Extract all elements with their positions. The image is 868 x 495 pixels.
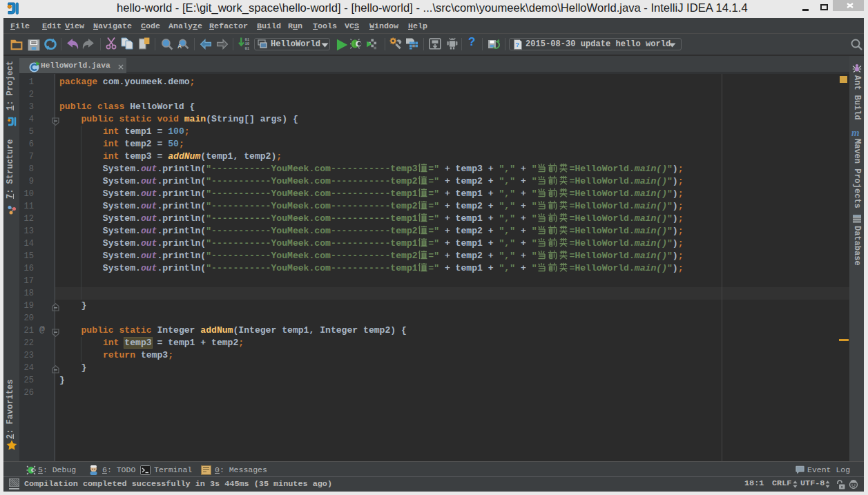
svg-text:A: A <box>177 43 182 50</box>
svg-text:?: ? <box>516 42 519 49</box>
svg-text:01: 01 <box>244 46 249 50</box>
